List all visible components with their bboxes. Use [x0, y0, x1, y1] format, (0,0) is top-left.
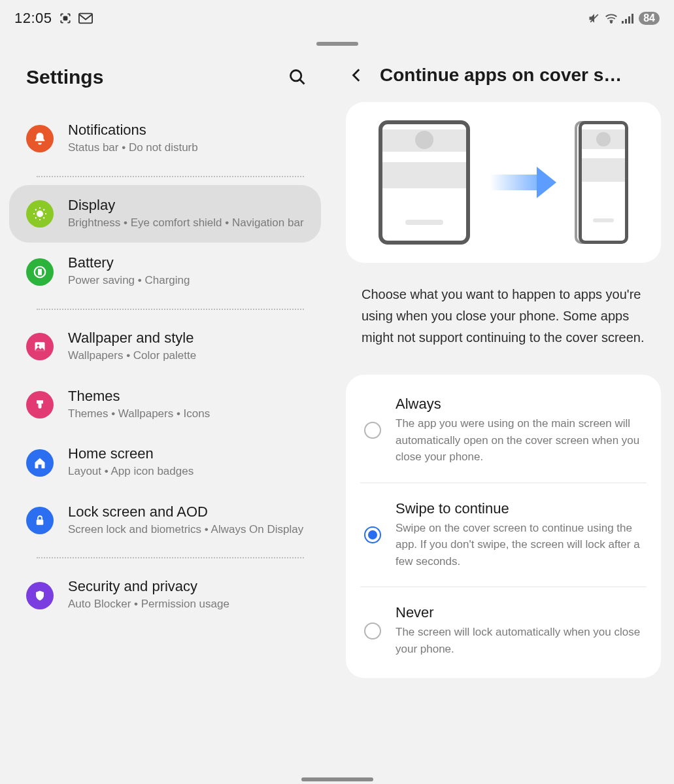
- svg-rect-4: [625, 19, 627, 24]
- wifi-icon: [605, 13, 618, 24]
- back-button[interactable]: [346, 64, 368, 86]
- sidebar-item-security-and-privacy[interactable]: Security and privacyAuto Blocker • Permi…: [0, 566, 330, 624]
- sidebar-item-sub: Brightness • Eye comfort shield • Naviga…: [68, 215, 304, 231]
- sidebar-item-label: Notifications: [68, 122, 198, 139]
- sidebar-item-notifications[interactable]: NotificationsStatus bar • Do not disturb: [0, 110, 330, 168]
- svg-point-7: [291, 71, 301, 81]
- bell-icon: [26, 125, 54, 152]
- phone-large-icon: [379, 120, 470, 245]
- detail-title: Continue apps on cover s…: [380, 65, 622, 86]
- svg-rect-0: [63, 17, 67, 20]
- status-time: 12:05: [14, 10, 52, 27]
- sidebar-item-display[interactable]: DisplayBrightness • Eye comfort shield •…: [9, 185, 321, 243]
- sidebar-item-home-screen[interactable]: Home screenLayout • App icon badges: [0, 434, 330, 492]
- sun-icon: [26, 200, 54, 228]
- status-bar: 12:05: [0, 0, 674, 34]
- sidebar-item-label: Home screen: [68, 445, 194, 462]
- detail-pane: Continue apps on cover s…: [330, 46, 674, 784]
- sidebar-item-wallpaper-and-style[interactable]: Wallpaper and styleWallpapers • Color pa…: [0, 318, 330, 376]
- option-title: Always: [396, 396, 643, 413]
- battery-percent: 84: [639, 12, 660, 25]
- option-title: Swipe to continue: [396, 500, 643, 517]
- radio-button[interactable]: [364, 526, 381, 543]
- option-desc: The app you were using on the main scree…: [396, 415, 643, 466]
- home-icon: [26, 449, 54, 477]
- sidebar-item-label: Battery: [68, 254, 190, 271]
- sidebar-item-sub: Auto Blocker • Permission usage: [68, 596, 229, 613]
- option-always[interactable]: AlwaysThe app you were using on the main…: [360, 379, 647, 483]
- sidebar-item-sub: Power saving • Charging: [68, 273, 190, 289]
- sidebar-item-sub: Status bar • Do not disturb: [68, 140, 198, 156]
- illustration-card: [346, 102, 661, 263]
- brush-icon: [26, 391, 54, 418]
- chevron-left-icon: [348, 67, 365, 84]
- settings-list-pane: Settings NotificationsStatus bar • Do no…: [0, 46, 330, 784]
- search-icon: [288, 68, 307, 86]
- sidebar-item-sub: Wallpapers • Color palette: [68, 348, 196, 364]
- svg-rect-10: [39, 269, 41, 274]
- radio-button[interactable]: [364, 622, 381, 639]
- image-icon: [26, 333, 54, 360]
- shield-icon: [26, 582, 54, 609]
- divider: [37, 176, 304, 177]
- sidebar-item-label: Wallpaper and style: [68, 330, 196, 347]
- detail-description: Choose what you want to happen to apps y…: [346, 279, 661, 349]
- options-card: AlwaysThe app you were using on the main…: [346, 375, 661, 678]
- option-never[interactable]: NeverThe screen will lock automatically …: [360, 587, 647, 674]
- option-title: Never: [396, 604, 643, 621]
- svg-rect-1: [78, 14, 92, 24]
- divider: [37, 309, 304, 310]
- svg-rect-13: [37, 520, 44, 525]
- divider: [37, 557, 304, 558]
- sidebar-item-battery[interactable]: BatteryPower saving • Charging: [0, 243, 330, 301]
- svg-rect-6: [632, 14, 633, 24]
- gmail-icon: [78, 12, 93, 24]
- lock-icon: [26, 507, 54, 534]
- option-desc: Swipe on the cover screen to continue us…: [396, 520, 643, 570]
- focus-icon: [59, 12, 72, 25]
- sidebar-item-themes[interactable]: ThemesThemes • Wallpapers • Icons: [0, 376, 330, 434]
- sidebar-item-label: Security and privacy: [68, 578, 229, 595]
- battery-icon: [26, 258, 54, 286]
- arrow-right-icon: [490, 167, 559, 198]
- sidebar-item-sub: Layout • App icon badges: [68, 464, 194, 480]
- svg-rect-3: [622, 21, 624, 24]
- sidebar-item-label: Display: [68, 197, 304, 214]
- option-desc: The screen will lock automatically when …: [396, 624, 643, 657]
- radio-button[interactable]: [364, 422, 381, 439]
- option-swipe-to-continue[interactable]: Swipe to continueSwipe on the cover scre…: [360, 483, 647, 587]
- search-button[interactable]: [284, 64, 311, 90]
- sidebar-item-lock-screen-and-aod[interactable]: Lock screen and AODScreen lock and biome…: [0, 492, 330, 550]
- sidebar-item-label: Lock screen and AOD: [68, 503, 303, 520]
- sidebar-item-sub: Themes • Wallpapers • Icons: [68, 406, 210, 422]
- sidebar-item-label: Themes: [68, 388, 210, 405]
- mute-icon: [588, 12, 601, 25]
- svg-point-12: [37, 345, 39, 347]
- svg-point-2: [611, 22, 613, 24]
- svg-point-8: [37, 211, 43, 217]
- signal-icon: [622, 13, 635, 24]
- sidebar-item-sub: Screen lock and biometrics • Always On D…: [68, 522, 303, 538]
- svg-rect-5: [628, 16, 630, 24]
- page-title: Settings: [26, 66, 103, 88]
- nav-handle[interactable]: [301, 777, 373, 781]
- phone-small-icon: [579, 121, 628, 244]
